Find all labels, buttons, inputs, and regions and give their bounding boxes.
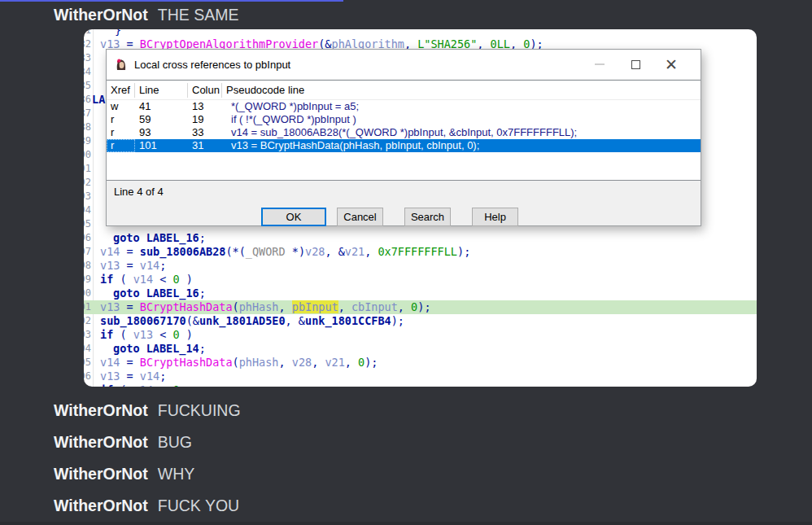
code-token: unk_1801CCFB4 bbox=[305, 314, 391, 327]
xref-row[interactable]: w4113 *(_QWORD *)pbInput = a5; bbox=[107, 100, 701, 113]
line-number: 100 bbox=[84, 287, 91, 300]
line-number: 86 bbox=[84, 93, 91, 107]
chat-message: WitherOrNotFUCKUING bbox=[54, 400, 241, 422]
code-token: , bbox=[398, 300, 411, 313]
code-token: 0 bbox=[172, 328, 179, 341]
code-text: if ( v13 < 0 ) bbox=[100, 328, 193, 342]
code-token: if bbox=[100, 328, 113, 341]
code-token: , bbox=[312, 356, 325, 369]
code-line: 106v13 = v14; bbox=[84, 370, 757, 383]
line-count-status: Line 4 of 4 bbox=[114, 186, 164, 198]
code-token: < bbox=[153, 273, 172, 286]
cancel-button[interactable]: Cancel bbox=[337, 208, 383, 226]
code-token: v14 bbox=[100, 356, 120, 369]
code-token: = bbox=[120, 300, 139, 313]
code-token: } bbox=[115, 29, 121, 37]
code-token: LABEL_16 bbox=[146, 231, 199, 244]
maximize-button[interactable] bbox=[618, 50, 653, 79]
message-author[interactable]: WitherOrNot bbox=[54, 465, 148, 483]
message-author[interactable]: WitherOrNot bbox=[54, 401, 148, 419]
xref-list-header: XrefLineColunPseudocode line bbox=[107, 81, 701, 100]
code-token: 0 bbox=[172, 273, 179, 286]
message-text: BUG bbox=[158, 433, 192, 451]
xref-list-rows: w4113 *(_QWORD *)pbInput = a5;r5919if ( … bbox=[107, 100, 701, 152]
code-token: 0x7FFFFFFFLL bbox=[378, 245, 457, 258]
chat-message: WitherOrNotWHY bbox=[54, 463, 194, 485]
xref-row[interactable]: r10131v13 = BCryptHashData(phHash, pbInp… bbox=[107, 139, 701, 152]
line-cell: 101 bbox=[135, 139, 188, 152]
line-number: 98 bbox=[84, 259, 91, 273]
pseudocode-cell: v13 = BCryptHashData(phHash, pbInput, cb… bbox=[222, 139, 701, 152]
chat-message: WitherOrNotBUG bbox=[54, 431, 192, 453]
code-token: , bbox=[279, 300, 292, 313]
bottom-edge-strip bbox=[0, 522, 812, 525]
code-token: v14 bbox=[133, 383, 153, 387]
column-cell: 33 bbox=[188, 126, 222, 139]
code-token: < bbox=[153, 383, 172, 387]
xref-type-cell: w bbox=[107, 100, 135, 113]
minimize-icon bbox=[595, 63, 605, 65]
code-token: v13 bbox=[100, 300, 120, 313]
xref-dialog: Local cross references to pbInput ✕ Xref… bbox=[106, 49, 701, 226]
code-token: , & bbox=[286, 314, 305, 327]
xref-dialog-titlebar[interactable]: Local cross references to pbInput ✕ bbox=[107, 50, 701, 79]
image-attachment-ida-screenshot[interactable]: 81}82v13 = BCryptOpenAlgorithmProvider(&… bbox=[84, 29, 757, 387]
code-token: ( bbox=[113, 328, 133, 341]
code-line: 81} bbox=[84, 29, 757, 37]
code-token: ; bbox=[159, 259, 166, 272]
code-token: , bbox=[365, 245, 378, 258]
line-number: 95 bbox=[84, 217, 91, 231]
pseudocode-cell: if ( !*(_QWORD *)pbInput ) bbox=[222, 113, 701, 126]
code-line: 100goto LABEL_16; bbox=[84, 287, 757, 300]
code-text: v13 = v14; bbox=[100, 370, 166, 383]
code-token: ; bbox=[199, 287, 206, 300]
code-token: v13 bbox=[100, 370, 120, 383]
minimize-button[interactable] bbox=[582, 50, 618, 79]
search-button[interactable]: Search bbox=[404, 208, 451, 226]
xref-type-cell: r bbox=[107, 139, 135, 152]
line-number: 105 bbox=[84, 356, 91, 370]
xref-type-cell: r bbox=[107, 113, 135, 126]
line-number: 92 bbox=[84, 176, 91, 190]
line-number: 83 bbox=[84, 51, 91, 65]
message-text: WHY bbox=[158, 465, 195, 483]
code-token: v14 bbox=[100, 245, 120, 258]
code-token: v14 bbox=[140, 259, 159, 272]
code-token: LABEL_14 bbox=[146, 342, 199, 355]
column-header-colun[interactable]: Colun bbox=[188, 83, 222, 98]
code-token: ( bbox=[233, 356, 239, 369]
column-header-xref[interactable]: Xref bbox=[107, 83, 135, 98]
code-token: ) bbox=[180, 273, 193, 286]
help-button[interactable]: Help bbox=[472, 208, 518, 226]
code-token: if bbox=[100, 383, 113, 387]
message-author[interactable]: WitherOrNot bbox=[54, 433, 148, 451]
code-token: v28 bbox=[292, 356, 312, 369]
code-token: v13 bbox=[100, 259, 120, 272]
code-token: sub_180067170 bbox=[100, 314, 186, 327]
code-token: ( bbox=[113, 273, 133, 286]
code-text: goto LABEL_16; bbox=[113, 287, 206, 300]
column-header-line[interactable]: Line bbox=[135, 83, 188, 98]
xref-row[interactable]: r9333v14 = sub_18006AB28(*(_QWORD *)pbIn… bbox=[107, 126, 701, 139]
code-line: 97v14 = sub_18006AB28(*(_QWORD *)v28, &v… bbox=[84, 245, 757, 259]
code-token: _QWORD bbox=[246, 245, 286, 258]
code-token: v21 bbox=[345, 245, 365, 258]
code-token: BCryptHashData bbox=[140, 356, 233, 369]
line-number: 93 bbox=[84, 190, 91, 203]
close-button[interactable]: ✕ bbox=[653, 50, 689, 79]
pseudocode-cell: v14 = sub_18006AB28(*(_QWORD *)pbInput, … bbox=[222, 126, 701, 139]
column-header-pseudocode-line[interactable]: Pseudocode line bbox=[222, 83, 701, 98]
code-line: 96goto LABEL_16; bbox=[84, 231, 757, 245]
code-token: goto bbox=[113, 231, 146, 244]
message-author[interactable]: WitherOrNot bbox=[54, 497, 148, 514]
line-cell: 41 bbox=[135, 100, 188, 113]
message-author[interactable]: WitherOrNot bbox=[54, 6, 148, 24]
code-token: ); bbox=[417, 300, 430, 313]
code-token: LABEL_16 bbox=[146, 287, 199, 300]
ok-button[interactable]: OK bbox=[261, 208, 326, 226]
code-token: = bbox=[120, 356, 139, 369]
xref-row[interactable]: r5919if ( !*(_QWORD *)pbInput ) bbox=[107, 113, 701, 126]
code-token: v13 bbox=[133, 328, 153, 341]
code-token: sub_18006AB28 bbox=[140, 245, 226, 258]
code-token: ) bbox=[180, 328, 193, 341]
